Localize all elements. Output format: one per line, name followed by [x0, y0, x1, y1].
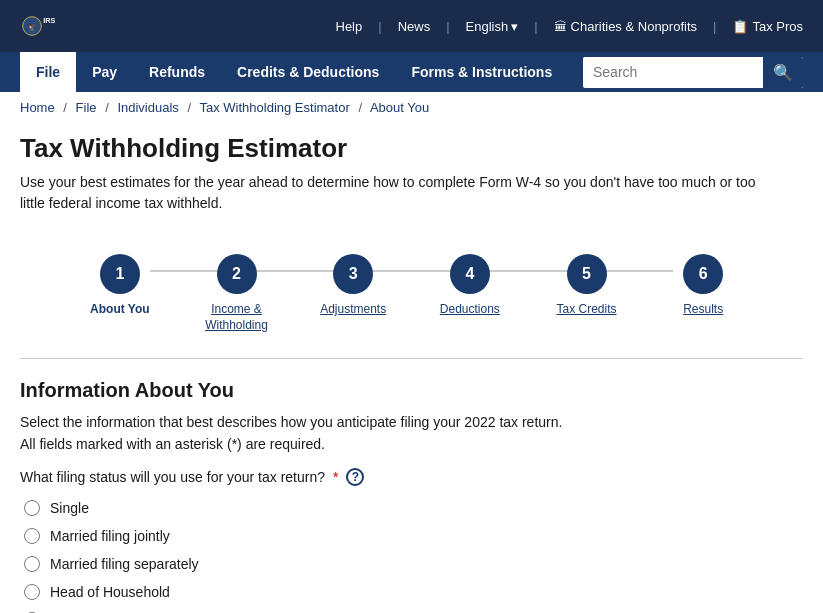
- step-4: 4 Deductions: [412, 254, 529, 318]
- breadcrumb-individuals[interactable]: Individuals: [117, 100, 178, 115]
- radio-married-jointly[interactable]: Married filing jointly: [24, 528, 803, 544]
- step-3: 3 Adjustments: [295, 254, 412, 318]
- form-section-title: Information About You: [20, 379, 803, 402]
- breadcrumb-sep-3: /: [187, 100, 191, 115]
- breadcrumb-current: About You: [370, 100, 429, 115]
- radio-input-married-jointly[interactable]: [24, 528, 40, 544]
- page-content: Tax Withholding Estimator Use your best …: [0, 123, 823, 613]
- form-description: Select the information that best describ…: [20, 414, 803, 430]
- nav-item-credits[interactable]: Credits & Deductions: [221, 52, 395, 92]
- question-text: What filing status will you use for your…: [20, 469, 325, 485]
- breadcrumb-home[interactable]: Home: [20, 100, 55, 115]
- step-4-label[interactable]: Deductions: [440, 302, 500, 318]
- step-2: 2 Income & Withholding: [178, 254, 295, 333]
- steps-wrapper: 1 About You 2 Income & Withholding 3 Adj…: [62, 254, 762, 333]
- step-6-circle: 6: [683, 254, 723, 294]
- irs-logo: 🦅 IRS: [20, 8, 60, 44]
- nav-item-forms[interactable]: Forms & Instructions: [395, 52, 568, 92]
- nav-divider-1: |: [378, 19, 381, 34]
- page-subtitle: Use your best estimates for the year ahe…: [20, 172, 780, 214]
- radio-head-of-household[interactable]: Head of Household: [24, 584, 803, 600]
- top-nav: 🦅 IRS Help | News | English ▾ | 🏛 Charit…: [0, 0, 823, 52]
- step-1-label: About You: [90, 302, 150, 318]
- required-star: *: [333, 469, 338, 485]
- step-3-circle: 3: [333, 254, 373, 294]
- progress-container: 1 About You 2 Income & Withholding 3 Adj…: [20, 234, 803, 343]
- svg-text:IRS: IRS: [43, 16, 55, 25]
- radio-input-married-separately[interactable]: [24, 556, 40, 572]
- nav-item-pay[interactable]: Pay: [76, 52, 133, 92]
- svg-text:🦅: 🦅: [28, 22, 37, 31]
- step-5-circle: 5: [567, 254, 607, 294]
- radio-label-single: Single: [50, 500, 89, 516]
- radio-single[interactable]: Single: [24, 500, 803, 516]
- help-icon[interactable]: ?: [346, 468, 364, 486]
- radio-label-married-jointly: Married filing jointly: [50, 528, 170, 544]
- nav-item-file[interactable]: File: [20, 52, 76, 92]
- step-1: 1 About You: [62, 254, 179, 318]
- search-button[interactable]: 🔍: [763, 57, 803, 88]
- step-4-circle: 4: [450, 254, 490, 294]
- form-required-note: All fields marked with an asterisk (*) a…: [20, 436, 803, 452]
- nav-divider-2: |: [446, 19, 449, 34]
- radio-input-head-of-household[interactable]: [24, 584, 40, 600]
- form-section: Information About You Select the informa…: [20, 379, 803, 613]
- breadcrumb-sep-2: /: [105, 100, 109, 115]
- language-dropdown[interactable]: English ▾: [466, 19, 519, 34]
- step-2-circle: 2: [217, 254, 257, 294]
- help-link[interactable]: Help: [336, 19, 363, 34]
- radio-group-filing-status: Single Married filing jointly Married fi…: [20, 500, 803, 613]
- step-1-circle: 1: [100, 254, 140, 294]
- nav-divider-4: |: [713, 19, 716, 34]
- breadcrumb-sep-4: /: [358, 100, 362, 115]
- step-5-label[interactable]: Tax Credits: [557, 302, 617, 318]
- taxpros-link[interactable]: 📋 Tax Pros: [732, 19, 803, 34]
- search-input[interactable]: [583, 58, 763, 86]
- breadcrumb-estimator[interactable]: Tax Withholding Estimator: [199, 100, 349, 115]
- radio-label-head-of-household: Head of Household: [50, 584, 170, 600]
- main-nav-links: File Pay Refunds Credits & Deductions Fo…: [20, 52, 568, 92]
- breadcrumb-file[interactable]: File: [76, 100, 97, 115]
- breadcrumb: Home / File / Individuals / Tax Withhold…: [0, 92, 823, 123]
- radio-input-single[interactable]: [24, 500, 40, 516]
- radio-married-separately[interactable]: Married filing separately: [24, 556, 803, 572]
- step-3-label[interactable]: Adjustments: [320, 302, 386, 318]
- breadcrumb-sep-1: /: [63, 100, 67, 115]
- step-2-label[interactable]: Income & Withholding: [192, 302, 282, 333]
- page-title: Tax Withholding Estimator: [20, 133, 803, 164]
- nav-item-refunds[interactable]: Refunds: [133, 52, 221, 92]
- top-nav-links: Help | News | English ▾ | 🏛 Charities & …: [336, 19, 804, 34]
- step-6: 6 Results: [645, 254, 762, 318]
- form-question: What filing status will you use for your…: [20, 468, 803, 486]
- charities-link[interactable]: 🏛 Charities & Nonprofits: [554, 19, 697, 34]
- news-link[interactable]: News: [398, 19, 431, 34]
- step-6-label[interactable]: Results: [683, 302, 723, 318]
- radio-label-married-separately: Married filing separately: [50, 556, 199, 572]
- search-box: 🔍: [583, 57, 803, 88]
- main-nav: File Pay Refunds Credits & Deductions Fo…: [0, 52, 823, 92]
- nav-divider-3: |: [534, 19, 537, 34]
- section-divider: [20, 358, 803, 359]
- step-5: 5 Tax Credits: [528, 254, 645, 318]
